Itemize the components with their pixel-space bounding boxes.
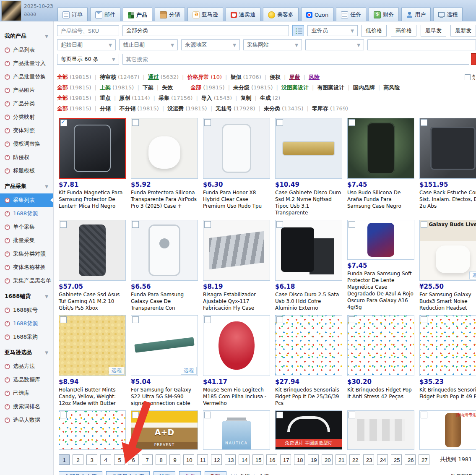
product-image[interactable]: 远程	[59, 315, 126, 376]
sidebar-item[interactable]: 选品方法	[0, 360, 53, 373]
filter-tag[interactable]: 失效	[153, 84, 173, 91]
filter-tag[interactable]: 导入 (1543)	[192, 94, 232, 102]
sku-input[interactable]	[57, 25, 119, 36]
product-title[interactable]: Funda Para Samsung Galaxy Case De Transp…	[131, 291, 198, 311]
product-title[interactable]: Mouse Sem Fio Logitech M185 Com Pilha In…	[203, 386, 270, 407]
filter-tag[interactable]: 重点	[91, 94, 111, 102]
category-list-icon-button[interactable]	[292, 25, 304, 36]
product-checkbox[interactable]	[204, 316, 211, 323]
product-checkbox[interactable]	[421, 221, 427, 228]
filter-tag[interactable]: 零库存 (1769)	[303, 105, 348, 112]
main-tab[interactable]: 美客多	[263, 8, 299, 21]
product-title[interactable]: Kit Funda Magnetica Para Samsung Protect…	[59, 189, 126, 209]
product-image[interactable]	[131, 118, 198, 179]
page-button[interactable]: 27	[419, 454, 429, 465]
page-button[interactable]: 5	[114, 454, 125, 465]
product-card[interactable]: $6.30 Funda Para Honor X8 Hybrid Clear C…	[203, 118, 270, 216]
other-search-input[interactable]	[122, 54, 469, 65]
sidebar-item[interactable]: 产品列表	[0, 43, 53, 57]
sidebar-item[interactable]: 产品图片	[0, 84, 53, 97]
product-image[interactable]	[419, 118, 476, 179]
sidebar-section-header-amazon[interactable]: 亚马逊选品 ▼	[0, 345, 53, 360]
sidebar-section-header-my-products[interactable]: 我的产品 ▼	[0, 29, 53, 43]
product-card[interactable]: 沛纳海专用 SF	[419, 410, 476, 450]
sidebar-item[interactable]: 1688账号	[0, 303, 53, 317]
product-card[interactable]: $30.20 Kit Brinquedos Fidget Pop It Anti…	[347, 315, 414, 407]
page-button[interactable]: 1	[59, 454, 70, 465]
sidebar-item[interactable]: 选品数据库	[0, 373, 53, 386]
product-image[interactable]	[203, 220, 270, 281]
sidebar-item[interactable]: 选品大数据	[0, 413, 53, 427]
product-card[interactable]: $8.19 Bisagra Estabilizador Ajustable Qy…	[203, 220, 270, 311]
product-card[interactable]: $5.92 Funda Protectora Silicona Transpar…	[131, 118, 198, 216]
product-card[interactable]: $6.56 Funda Para Samsung Galaxy Case De …	[131, 220, 198, 311]
product-image[interactable]	[203, 315, 270, 376]
product-card[interactable]	[347, 410, 414, 450]
filter-tag[interactable]: 风险	[300, 73, 320, 81]
filter-select[interactable]: ▼	[305, 39, 364, 50]
product-checkbox[interactable]	[421, 119, 427, 126]
product-title[interactable]: Kit Brinquedos Sensoriais Fidget Pop It …	[275, 386, 342, 407]
sidebar-item[interactable]: 变体名称替换	[0, 261, 53, 274]
product-title[interactable]: Funda Protectora Silicona Transparente P…	[131, 189, 198, 209]
product-title[interactable]: Funda Para Honor X8 Hybrid Clear Case Pr…	[203, 189, 270, 209]
product-image[interactable]	[59, 220, 126, 281]
main-tab[interactable]: 任务	[336, 8, 366, 21]
product-checkbox[interactable]	[276, 412, 283, 418]
product-image[interactable]	[59, 410, 126, 450]
product-image[interactable]	[347, 315, 414, 376]
page-button[interactable]: 14	[239, 454, 250, 465]
category-input[interactable]	[122, 25, 289, 36]
product-image[interactable]	[275, 220, 342, 281]
product-image[interactable]	[347, 410, 414, 450]
page-button[interactable]: 24	[377, 454, 388, 465]
product-card[interactable]: $7.45 Funda Para Samsung Soft Protector …	[347, 220, 414, 311]
sort-button[interactable]: 最新发	[450, 25, 476, 37]
main-tab[interactable]: 用户	[401, 8, 431, 21]
product-checkbox[interactable]	[421, 316, 427, 323]
product-image[interactable]	[131, 220, 198, 281]
sidebar-item[interactable]: 产品批量替换	[0, 70, 53, 84]
product-card[interactable]: A+D PREVENT	[131, 410, 198, 450]
filter-tag[interactable]: 国内品牌	[344, 84, 375, 91]
page-button[interactable]: 3	[86, 454, 97, 465]
sidebar-section-header-collect[interactable]: 产品采集 ▼	[0, 179, 53, 193]
page-button[interactable]: 10	[183, 454, 194, 465]
sidebar-item[interactable]: 已选库	[0, 386, 53, 400]
page-button[interactable]: 4	[100, 454, 111, 465]
filter-tag[interactable]: 全部 (19815)	[57, 84, 91, 91]
product-title[interactable]: Bisagra Estabilizador Ajustable Qyx-117 …	[203, 291, 270, 311]
product-checkbox[interactable]	[60, 412, 67, 418]
sidebar-item[interactable]: 采集分类对照	[0, 247, 53, 261]
product-image[interactable]: NAUTICA	[203, 410, 270, 450]
product-checkbox[interactable]	[60, 221, 67, 228]
product-title[interactable]: For Samsung Galaxy Buds3 Smart Noise Red…	[419, 291, 476, 311]
product-title[interactable]: For Samsung for Galaxy S22 Ultra 5G SM-S…	[131, 386, 198, 407]
filter-select[interactable]: 来源地区 ▼	[181, 39, 240, 50]
sidebar-item[interactable]: 产品批量导入	[0, 57, 53, 70]
main-tab[interactable]: 订单	[57, 8, 88, 21]
filter-select[interactable]: 截止日期 ▼	[119, 39, 178, 50]
toolbar-button[interactable]: 分类	[179, 471, 201, 475]
sidebar-item[interactable]: 搜索词排名	[0, 400, 53, 413]
product-image[interactable]	[203, 118, 270, 179]
filter-tag[interactable]: 没图案设计	[273, 84, 309, 91]
product-checkbox[interactable]	[204, 221, 211, 228]
filter-tag[interactable]: 采集 (17156)	[150, 94, 193, 102]
sidebar-item[interactable]: 产品分类	[0, 97, 53, 110]
product-image[interactable]	[347, 220, 414, 260]
product-checkbox[interactable]	[276, 221, 283, 228]
product-card[interactable]: $151.95 Case Rack Estuche Cort P/ Sist. …	[419, 118, 476, 216]
sidebar-item[interactable]: 标题模板	[0, 164, 53, 177]
product-checkbox[interactable]	[349, 119, 355, 126]
product-title[interactable]: Gabinete Case Ssd Asus Tuf Gaming A1 M.2…	[59, 291, 126, 311]
filter-tag[interactable]: 价格异常 (10)	[179, 73, 222, 81]
product-checkbox[interactable]	[132, 221, 139, 228]
product-image[interactable]	[275, 118, 342, 179]
filter-tag[interactable]: 未分级 (19815)	[225, 84, 273, 91]
filter-select[interactable]: 起始日期 ▼	[57, 39, 116, 50]
batch-translate-button[interactable]: 批量翻译 ▼	[446, 471, 476, 475]
product-card[interactable]: $10.49 Case Gabinete Disco Duro Ssd M.2 …	[275, 118, 342, 216]
page-button[interactable]: 17	[280, 454, 291, 465]
product-checkbox[interactable]	[204, 412, 211, 418]
